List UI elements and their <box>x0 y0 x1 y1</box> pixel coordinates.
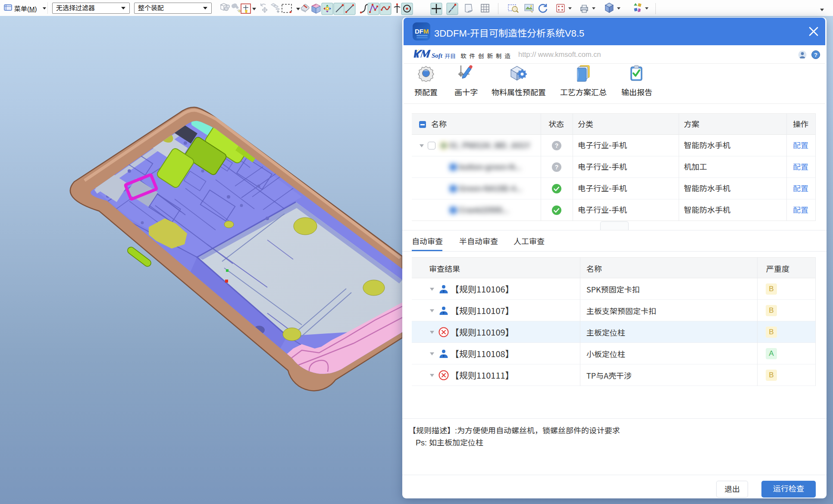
svg-text:?: ? <box>814 52 817 58</box>
svg-text:?: ? <box>555 142 559 149</box>
svg-text:?: ? <box>555 164 559 171</box>
svg-text:开目: 开目 <box>445 52 456 60</box>
svg-text:Soft: Soft <box>432 52 443 59</box>
